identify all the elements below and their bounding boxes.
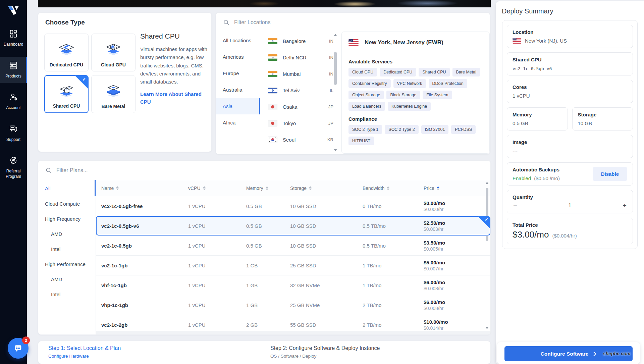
scroll-up-icon[interactable]	[334, 34, 337, 36]
filter-plans-input[interactable]	[56, 167, 368, 173]
type-option-cloud-gpu[interactable]: Cloud GPU	[91, 34, 136, 71]
plan-price: $10.00/mo$0.014/hr	[424, 319, 490, 331]
column-header-vcpu[interactable]: vCPU	[188, 186, 246, 191]
us-flag-icon	[348, 39, 359, 46]
type-option-label: Dedicated CPU	[50, 62, 83, 67]
plan-storage: 10 GB SSD	[290, 223, 363, 229]
type-option-label: Bare Metal	[102, 104, 125, 109]
learn-more-link[interactable]: Learn More About Shared CPU	[140, 91, 207, 106]
location-value: New York (NJ), US	[525, 38, 567, 44]
plan-category-cloud-compute[interactable]: Cloud Compute	[38, 196, 96, 211]
compliance-label: Compliance	[348, 116, 483, 122]
sidebar-item-referral[interactable]: Referral Program	[0, 152, 27, 183]
city-tel-aviv[interactable]: Tel AvivIL	[260, 82, 338, 99]
deploy-summary-card: Location New York (NJ), US Shared CPU vc…	[502, 20, 638, 249]
plan-category-amd[interactable]: AMD	[38, 226, 96, 242]
continent-americas[interactable]: Americas	[216, 49, 260, 65]
column-header-price[interactable]: Price	[424, 186, 490, 191]
plan-row-vc2-1c-1gb[interactable]: vc2-1c-1gb1 vCPU1 GB25 GB SSD1 TB/mo$5.0…	[96, 256, 490, 275]
summary-total-box: Total Price $3.00/mo ($0.004/hr)	[507, 218, 633, 244]
city-seoul[interactable]: SeoulKR	[260, 132, 338, 148]
plan-category-intel[interactable]: Intel	[38, 287, 96, 302]
locations-scrollbar-thumb[interactable]	[334, 52, 337, 85]
chat-icon	[13, 344, 23, 353]
sidebar-nav: DashboardProductsAccountSupportReferral …	[0, 25, 27, 184]
continent-all-locations[interactable]: All Locations	[216, 32, 260, 49]
type-detail-description: Virtual machines for apps with bursty pe…	[140, 45, 207, 86]
city-delhi-ncr[interactable]: Delhi NCRIN	[260, 49, 338, 66]
choose-type-card: Choose Type Dedicated CPUCloud GPUShared…	[38, 12, 212, 152]
quantity-value[interactable]: 1	[569, 203, 572, 209]
plans-scrollbar[interactable]	[485, 182, 489, 329]
scroll-down-icon[interactable]	[485, 327, 489, 329]
column-header-storage[interactable]: Storage	[290, 186, 363, 191]
continent-australia[interactable]: Australia	[216, 82, 260, 98]
vultr-logo[interactable]	[0, 0, 27, 15]
plan-name: vhf-1c-1gb	[101, 282, 188, 288]
city-bangalore[interactable]: BangaloreIN	[260, 33, 338, 49]
sidebar-item-account[interactable]: Account	[0, 88, 27, 115]
plan-vcpu: 1 vCPU	[188, 223, 246, 229]
plan-category-high-performance[interactable]: High Performance	[38, 257, 96, 272]
sidebar-item-dashboard[interactable]: Dashboard	[0, 25, 27, 51]
plan-category-high-frequency[interactable]: High Frequency	[38, 211, 96, 226]
type-option-dedicated-cpu[interactable]: Dedicated CPU	[44, 34, 89, 71]
sidebar-item-support[interactable]: Support	[0, 120, 27, 147]
continent-europe[interactable]: Europe	[216, 65, 260, 82]
city-osaka[interactable]: OsakaJP	[260, 99, 338, 115]
column-header-bandwidth[interactable]: Bandwidth	[363, 186, 424, 191]
continent-asia[interactable]: Asia	[216, 98, 260, 114]
plan-memory: 0.5 GB	[246, 243, 290, 249]
step1-title[interactable]: Step 1: Select Location & Plan	[48, 345, 121, 351]
city-mumbai[interactable]: MumbaiIN	[260, 66, 338, 82]
locations-scrollbar[interactable]	[333, 34, 337, 151]
plan-category-all[interactable]: All	[38, 180, 96, 196]
backups-status: Enabled	[513, 175, 531, 181]
plan-bandwidth: 1 TB/mo	[363, 282, 424, 288]
type-option-shared-cpu[interactable]: Shared CPU	[44, 75, 89, 113]
account-icon	[9, 93, 18, 103]
scroll-down-icon[interactable]	[334, 149, 337, 151]
disable-backups-button[interactable]: Disable	[593, 167, 627, 181]
service-badge: Block Storage	[386, 91, 420, 99]
type-detail-title: Shared CPU	[140, 32, 207, 40]
scroll-up-icon[interactable]	[485, 182, 489, 184]
column-label: Name	[101, 186, 114, 191]
quantity-decrease-button[interactable]: −	[513, 202, 517, 209]
plan-bandwidth: 0 TB/mo	[363, 203, 424, 209]
plan-category-amd[interactable]: AMD	[38, 272, 96, 287]
type-option-bare-metal[interactable]: Bare Metal	[91, 75, 136, 113]
city-tokyo[interactable]: TokyoJP	[260, 115, 338, 132]
chat-fab[interactable]: 2	[8, 338, 29, 359]
city-name: Delhi NCR	[283, 55, 307, 60]
chat-badge: 2	[22, 336, 30, 344]
city-name: Seoul	[283, 137, 296, 143]
shared-cpu-icon	[56, 80, 77, 100]
plan-memory: 2 GB	[246, 322, 290, 328]
vultr-logo-icon	[6, 3, 20, 15]
filter-locations-input[interactable]	[234, 19, 421, 25]
selected-check-icon	[75, 75, 88, 89]
service-badge: Load Balancers	[348, 102, 385, 111]
table-bottom-fade	[96, 331, 490, 334]
plan-row-vhp-1c-1gb[interactable]: vhp-1c-1gb1 vCPU1 GB25 GB NVMe2 TB/mo$6.…	[96, 295, 490, 315]
plan-row-vc2-1c-0.5gb[interactable]: vc2-1c-0.5gb1 vCPU0.5 GB10 GB SSD0.5 TB/…	[96, 236, 490, 256]
in-flag-icon	[268, 54, 277, 61]
plan-row-vc2-1c-0.5gb-v6[interactable]: vc2-1c-0.5gb-v61 vCPU0.5 GB10 GB SSD0.5 …	[96, 216, 490, 236]
plans-body: AllCloud ComputeHigh FrequencyAMDIntelHi…	[38, 180, 490, 334]
plan-row-vc2-1c-0.5gb-free[interactable]: vc2-1c-0.5gb-free1 vCPU0.5 GB10 GB SSD0 …	[96, 196, 490, 216]
plan-category-intel[interactable]: Intel	[38, 242, 96, 257]
plan-row-vhf-1c-1gb[interactable]: vhf-1c-1gb1 vCPU1 GB32 GB NVMe1 TB/mo$6.…	[96, 275, 490, 295]
plan-name: vc2-1c-0.5gb-free	[101, 203, 188, 209]
step1-subtitle[interactable]: Configure Hardware	[48, 354, 121, 359]
selected-location-header: New York, New Jersey (EWR)	[342, 32, 489, 53]
column-header-name[interactable]: Name	[101, 186, 188, 191]
sidebar-item-products[interactable]: Products	[0, 57, 27, 83]
continent-africa[interactable]: Africa	[216, 114, 260, 131]
column-header-memory[interactable]: Memory	[246, 186, 290, 191]
sidebar-item-label: Dashboard	[4, 42, 23, 47]
location-label: Location	[513, 29, 627, 35]
quantity-increase-button[interactable]: +	[623, 202, 627, 209]
city-name: Osaka	[283, 104, 297, 110]
vultr-deploy-page: DashboardProductsAccountSupportReferral …	[0, 0, 644, 364]
